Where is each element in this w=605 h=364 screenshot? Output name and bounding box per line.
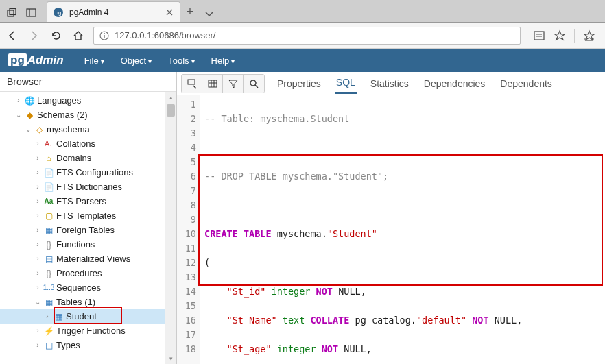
svg-point-9 xyxy=(104,33,105,34)
home-button[interactable] xyxy=(71,29,85,43)
tree-node-fts-templates[interactable]: ›▢FTS Templates xyxy=(0,208,176,223)
menu-object[interactable]: Object▾ xyxy=(114,51,159,70)
tab-more-button[interactable] xyxy=(200,9,219,22)
right-panel: Properties SQL Statistics Dependencies D… xyxy=(177,72,605,364)
svg-rect-2 xyxy=(27,9,36,16)
svg-rect-10 xyxy=(104,35,104,38)
view-data-button[interactable] xyxy=(202,75,223,93)
window-side-icon[interactable] xyxy=(26,8,37,18)
svg-rect-0 xyxy=(8,10,14,16)
tree-node-myschema[interactable]: ⌄◇myschema xyxy=(0,122,176,136)
search-button[interactable] xyxy=(244,75,264,93)
browser-tab[interactable]: pg pgAdmin 4 xyxy=(47,1,180,22)
tab-sql[interactable]: SQL xyxy=(335,73,357,94)
svg-rect-11 xyxy=(534,32,544,40)
main-menu: File▾ Object▾ Tools▾ Help▾ xyxy=(78,51,242,70)
tree-node-procedures[interactable]: ›{}Procedures xyxy=(0,266,176,280)
object-tree[interactable]: ›🌐Languages ⌄◆Schemas (2) ⌄◇myschema ›A↓… xyxy=(0,92,176,364)
menu-tools[interactable]: Tools▾ xyxy=(161,51,201,70)
tree-node-languages[interactable]: ›🌐Languages xyxy=(0,93,176,108)
tree-node-domains[interactable]: ›⌂Domains xyxy=(0,151,176,165)
refresh-button[interactable] xyxy=(49,29,63,43)
menu-file[interactable]: File▾ xyxy=(78,51,111,70)
sql-code[interactable]: -- Table: myschema.Student -- DROP TABLE… xyxy=(200,95,605,364)
tree-node-fts-conf[interactable]: ›📄FTS Configurations xyxy=(0,165,176,180)
browser-titlebar: pg pgAdmin 4 + xyxy=(0,0,605,23)
reading-list-icon[interactable] xyxy=(533,29,545,42)
svg-marker-14 xyxy=(555,31,565,40)
favorite-icon[interactable] xyxy=(554,29,566,42)
tree-node-trigger-functions[interactable]: ›⚡Trigger Functions xyxy=(0,324,176,338)
tree-node-schemas[interactable]: ⌄◆Schemas (2) xyxy=(0,108,176,122)
info-icon[interactable] xyxy=(99,31,109,40)
main-area: Browser ›🌐Languages ⌄◆Schemas (2) ⌄◇mysc… xyxy=(0,72,605,364)
detail-tabs: Properties SQL Statistics Dependencies D… xyxy=(276,72,554,95)
tree-node-mat-views[interactable]: ›▤Materialized Views xyxy=(0,252,176,266)
tree-node-foreign-tables[interactable]: ›▦Foreign Tables xyxy=(0,223,176,237)
svg-text:pg: pg xyxy=(56,10,62,16)
window-tabs-icon[interactable] xyxy=(7,8,18,18)
tree-scroll-thumb[interactable] xyxy=(167,104,175,117)
tree-node-fts-parsers[interactable]: ›AaFTS Parsers xyxy=(0,194,176,208)
close-icon[interactable] xyxy=(165,8,174,17)
svg-rect-19 xyxy=(188,80,195,84)
tree-node-collations[interactable]: ›A↓Collations xyxy=(0,136,176,151)
svg-marker-15 xyxy=(584,31,594,40)
tree-node-tables[interactable]: ⌄▦Tables (1) xyxy=(0,295,176,309)
tab-dependencies[interactable]: Dependencies xyxy=(423,74,487,93)
tab-dependents[interactable]: Dependents xyxy=(499,74,554,93)
tree-node-student[interactable]: ›▦Student xyxy=(0,309,176,324)
svg-rect-20 xyxy=(209,80,217,87)
tree-scrollbar[interactable]: ▴ ▾ xyxy=(165,92,176,364)
sql-highlight-box xyxy=(198,154,603,286)
sidebar: Browser ›🌐Languages ⌄◆Schemas (2) ⌄◇mysc… xyxy=(0,72,177,364)
tab-title: pgAdmin 4 xyxy=(69,8,159,17)
url-box[interactable] xyxy=(93,27,521,45)
menu-help[interactable]: Help▾ xyxy=(204,51,242,70)
scroll-down-icon[interactable]: ▾ xyxy=(165,353,176,364)
tree-node-types[interactable]: ›◫Types xyxy=(0,338,176,352)
back-button[interactable] xyxy=(5,29,19,43)
tab-properties[interactable]: Properties xyxy=(276,74,322,93)
pgadmin-logo: pgAdmin xyxy=(8,53,64,67)
svg-point-25 xyxy=(250,80,256,86)
tree-node-functions[interactable]: ›{}Functions xyxy=(0,237,176,252)
forward-button[interactable] xyxy=(27,29,41,43)
tree-node-sequences[interactable]: ›1..3Sequences xyxy=(0,280,176,295)
sidebar-title: Browser xyxy=(0,72,176,92)
filter-button[interactable] xyxy=(223,75,244,93)
pgadmin-header: pgAdmin File▾ Object▾ Tools▾ Help▾ xyxy=(0,49,605,72)
toolbar-group xyxy=(181,74,265,93)
svg-marker-24 xyxy=(229,80,237,88)
scroll-up-icon[interactable]: ▴ xyxy=(165,92,176,103)
new-tab-button[interactable]: + xyxy=(180,5,200,22)
svg-rect-1 xyxy=(10,9,16,15)
toolbar: Properties SQL Statistics Dependencies D… xyxy=(177,72,605,95)
url-input[interactable] xyxy=(115,30,514,40)
tab-statistics[interactable]: Statistics xyxy=(369,74,410,93)
favorites-bar-icon[interactable] xyxy=(583,29,595,42)
query-tool-button[interactable] xyxy=(182,75,202,93)
svg-line-26 xyxy=(255,85,258,88)
pgadmin-tab-icon: pg xyxy=(53,7,64,18)
line-gutter: 123456789101112131415161718 xyxy=(177,95,200,364)
address-bar xyxy=(0,23,605,49)
tree-node-fts-dict[interactable]: ›📄FTS Dictionaries xyxy=(0,180,176,194)
sql-editor[interactable]: 123456789101112131415161718 -- Table: my… xyxy=(177,95,605,364)
